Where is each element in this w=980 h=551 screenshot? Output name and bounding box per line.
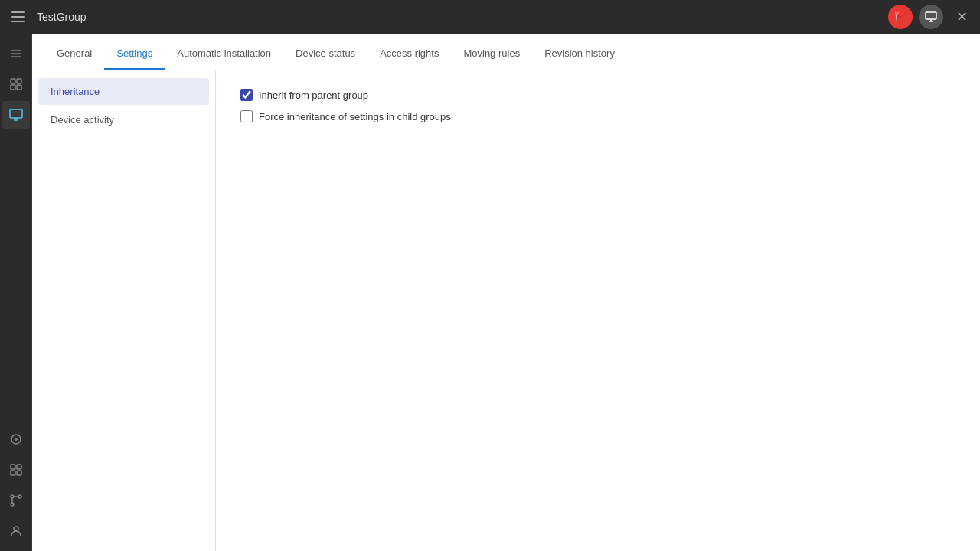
tab-moving-rules[interactable]: Moving rules bbox=[451, 38, 532, 70]
sidebar-icon-monitor[interactable] bbox=[2, 101, 30, 129]
sidebar-icon-menu[interactable] bbox=[2, 40, 30, 67]
svg-rect-17 bbox=[11, 471, 15, 475]
tab-access-rights[interactable]: Access rights bbox=[368, 38, 451, 70]
svg-rect-6 bbox=[11, 79, 15, 83]
tab-settings[interactable]: Settings bbox=[104, 38, 165, 70]
sidebar-icon-grid2[interactable] bbox=[2, 456, 30, 484]
svg-point-20 bbox=[18, 495, 21, 498]
sidebar bbox=[0, 34, 32, 551]
sidebar-icon-branch[interactable] bbox=[2, 487, 30, 514]
main-content: Inherit from parent group Force inherita… bbox=[216, 70, 980, 551]
svg-rect-16 bbox=[17, 465, 21, 469]
close-button[interactable]: ✕ bbox=[949, 5, 974, 29]
body-layout: Inheritance Device activity Inherit from… bbox=[32, 70, 980, 551]
content-area: General Settings Automatic installation … bbox=[32, 34, 980, 551]
tab-automatic-installation[interactable]: Automatic installation bbox=[165, 38, 283, 70]
monitor-button[interactable] bbox=[919, 5, 943, 29]
svg-rect-0 bbox=[926, 12, 936, 19]
tab-device-status[interactable]: Device status bbox=[283, 38, 368, 70]
top-bar: TestGroup 🚩 ✕ bbox=[0, 0, 980, 34]
checkbox-inherit-parent-row: Inherit from parent group bbox=[240, 89, 956, 101]
main-layout: General Settings Automatic installation … bbox=[0, 34, 980, 551]
svg-point-14 bbox=[15, 438, 18, 441]
svg-point-24 bbox=[14, 527, 18, 531]
inherit-parent-checkbox[interactable] bbox=[240, 89, 253, 101]
inherit-parent-label: Inherit from parent group bbox=[259, 90, 368, 101]
sidebar-icon-circle[interactable] bbox=[2, 425, 30, 453]
svg-rect-15 bbox=[11, 465, 15, 469]
left-nav: Inheritance Device activity bbox=[32, 70, 216, 551]
window-title: TestGroup bbox=[37, 11, 882, 23]
nav-item-inheritance[interactable]: Inheritance bbox=[38, 78, 209, 105]
tab-revision-history[interactable]: Revision history bbox=[532, 38, 627, 70]
svg-rect-8 bbox=[11, 85, 15, 90]
tab-bar: General Settings Automatic installation … bbox=[32, 34, 980, 70]
force-inherit-checkbox[interactable] bbox=[240, 110, 253, 122]
svg-rect-10 bbox=[10, 109, 22, 118]
nav-item-device-activity[interactable]: Device activity bbox=[38, 106, 209, 133]
tab-general[interactable]: General bbox=[44, 38, 104, 70]
sidebar-icon-user[interactable] bbox=[2, 517, 30, 545]
svg-point-19 bbox=[11, 495, 14, 498]
force-inherit-label: Force inheritance of settings in child g… bbox=[259, 111, 451, 122]
svg-rect-7 bbox=[17, 79, 21, 83]
flag-button[interactable]: 🚩 bbox=[888, 5, 913, 29]
svg-point-21 bbox=[11, 503, 14, 506]
checkbox-force-inherit-row: Force inheritance of settings in child g… bbox=[240, 110, 956, 122]
top-bar-actions: 🚩 ✕ bbox=[888, 5, 974, 29]
menu-icon[interactable] bbox=[6, 5, 31, 29]
svg-rect-18 bbox=[17, 471, 21, 475]
svg-rect-9 bbox=[17, 85, 21, 90]
sidebar-icon-dashboard[interactable] bbox=[2, 70, 30, 98]
